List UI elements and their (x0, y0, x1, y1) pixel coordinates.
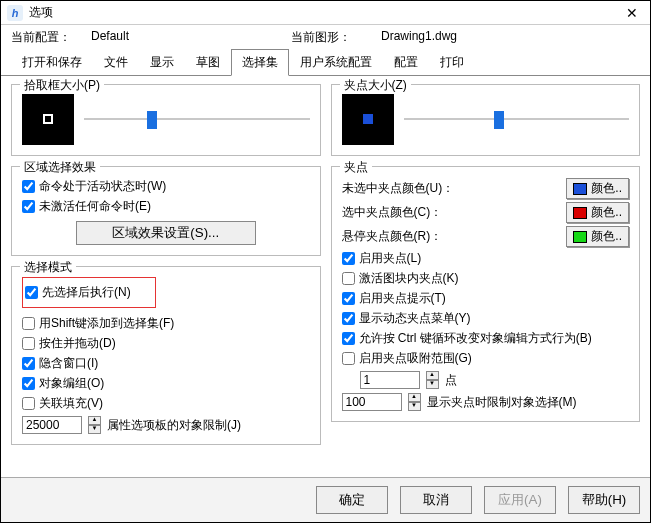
chk-press-drag[interactable]: 按住并拖动(D) (22, 335, 310, 352)
current-config-label: 当前配置： (11, 29, 91, 46)
tab-selection[interactable]: 选择集 (231, 49, 289, 76)
region-group: 区域选择效果 命令处于活动状态时(W) 未激活任何命令时(E) 区域效果设置(S… (11, 166, 321, 256)
property-limit-spinner[interactable]: ▲▼ (88, 416, 101, 434)
chk-grip-snap[interactable]: 启用夹点吸附范围(G) (342, 350, 630, 367)
chk-implied-window[interactable]: 隐含窗口(I) (22, 355, 310, 372)
cancel-button[interactable]: 取消 (400, 486, 472, 514)
chk-grip-tips[interactable]: 启用夹点提示(T) (342, 290, 630, 307)
app-icon: h (7, 5, 23, 21)
tab-drafting[interactable]: 草图 (185, 49, 231, 76)
tab-user-prefs[interactable]: 用户系统配置 (289, 49, 383, 76)
property-limit-input[interactable] (22, 416, 82, 434)
info-row: 当前配置： Default 当前图形： Drawing1.dwg (1, 25, 650, 48)
property-limit-label: 属性选项板的对象限制(J) (107, 417, 241, 434)
unselected-grip-label: 未选中夹点颜色(U)： (342, 180, 561, 197)
region-settings-button[interactable]: 区域效果设置(S)... (76, 221, 256, 245)
selection-mode-title: 选择模式 (20, 259, 76, 276)
chk-preselect[interactable]: 先选择后执行(N) (25, 284, 131, 301)
tab-strip: 打开和保存 文件 显示 草图 选择集 用户系统配置 配置 打印 (1, 48, 650, 76)
snap-unit-label: 点 (445, 372, 457, 389)
gripsize-preview (342, 93, 394, 145)
close-icon[interactable]: ✕ (620, 5, 644, 21)
region-title: 区域选择效果 (20, 159, 100, 176)
pickbox-slider[interactable] (84, 109, 310, 129)
selected-grip-label: 选中夹点颜色(C)： (342, 204, 561, 221)
hover-grip-label: 悬停夹点颜色(R)： (342, 228, 561, 245)
gripsize-title: 夹点大小(Z) (340, 77, 411, 94)
tab-display[interactable]: 显示 (139, 49, 185, 76)
chk-assoc-hatch[interactable]: 关联填充(V) (22, 395, 310, 412)
snap-range-spinner[interactable]: ▲▼ (426, 371, 439, 389)
grips-group: 夹点 未选中夹点颜色(U)： 颜色.. 选中夹点颜色(C)： 颜色.. 悬停夹点… (331, 166, 641, 422)
window-title: 选项 (29, 4, 620, 21)
snap-range-input[interactable] (360, 371, 420, 389)
tab-files[interactable]: 文件 (93, 49, 139, 76)
current-config-value: Default (91, 29, 291, 46)
left-column: 拾取框大小(P) 区域选择效果 命令处于活动状态时(W) 未激活任何命令时(E)… (11, 84, 321, 455)
chk-cmd-active[interactable]: 命令处于活动状态时(W) (22, 178, 310, 195)
options-dialog: h 选项 ✕ 当前配置： Default 当前图形： Drawing1.dwg … (0, 0, 651, 523)
chk-enable-grips[interactable]: 启用夹点(L) (342, 250, 630, 267)
tab-print[interactable]: 打印 (429, 49, 475, 76)
chk-cmd-noactive[interactable]: 未激活任何命令时(E) (22, 198, 310, 215)
grip-limit-spinner[interactable]: ▲▼ (408, 393, 421, 411)
tab-open-save[interactable]: 打开和保存 (11, 49, 93, 76)
grips-title: 夹点 (340, 159, 372, 176)
chk-dyn-grip-menu[interactable]: 显示动态夹点菜单(Y) (342, 310, 630, 327)
chk-block-grips[interactable]: 激活图块内夹点(K) (342, 270, 630, 287)
ok-button[interactable]: 确定 (316, 486, 388, 514)
pickbox-preview (22, 93, 74, 145)
hover-grip-color-button[interactable]: 颜色.. (566, 226, 629, 247)
pickbox-group: 拾取框大小(P) (11, 84, 321, 156)
selected-grip-color-button[interactable]: 颜色.. (566, 202, 629, 223)
grip-limit-input[interactable] (342, 393, 402, 411)
dialog-footer: 确定 取消 应用(A) 帮助(H) (1, 477, 650, 522)
pickbox-title: 拾取框大小(P) (20, 77, 104, 94)
apply-button[interactable]: 应用(A) (484, 486, 556, 514)
right-column: 夹点大小(Z) 夹点 未选中夹点颜色(U)： 颜色.. 选中夹点颜色(C)： 颜… (331, 84, 641, 455)
gripsize-slider[interactable] (404, 109, 630, 129)
unselected-grip-color-button[interactable]: 颜色.. (566, 178, 629, 199)
help-button[interactable]: 帮助(H) (568, 486, 640, 514)
titlebar: h 选项 ✕ (1, 1, 650, 25)
selection-mode-group: 选择模式 先选择后执行(N) 用Shift键添加到选择集(F) 按住并拖动(D)… (11, 266, 321, 445)
current-drawing-label: 当前图形： (291, 29, 381, 46)
chk-shift-add[interactable]: 用Shift键添加到选择集(F) (22, 315, 310, 332)
tab-profiles[interactable]: 配置 (383, 49, 429, 76)
current-drawing-value: Drawing1.dwg (381, 29, 581, 46)
grip-limit-label: 显示夹点时限制对象选择(M) (427, 394, 577, 411)
chk-ctrl-cycle[interactable]: 允许按 Ctrl 键循环改变对象编辑方式行为(B) (342, 330, 630, 347)
chk-object-group[interactable]: 对象编组(O) (22, 375, 310, 392)
tab-content: 拾取框大小(P) 区域选择效果 命令处于活动状态时(W) 未激活任何命令时(E)… (1, 76, 650, 455)
gripsize-group: 夹点大小(Z) (331, 84, 641, 156)
highlight-box: 先选择后执行(N) (22, 277, 156, 308)
